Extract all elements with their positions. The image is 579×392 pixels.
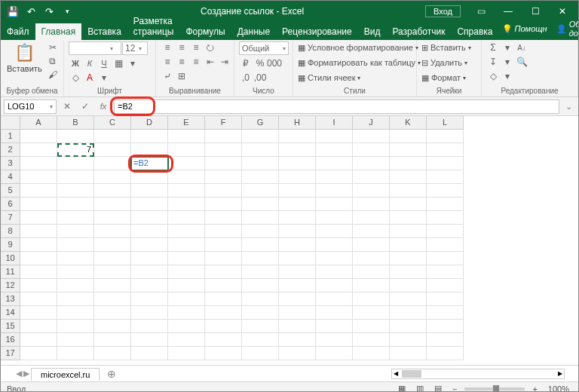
cell[interactable]	[205, 170, 242, 184]
cell[interactable]	[353, 157, 390, 170]
wrap-text-icon[interactable]: ⤶	[161, 70, 174, 82]
cell[interactable]	[242, 347, 279, 360]
cell[interactable]	[279, 143, 316, 157]
cell[interactable]	[427, 211, 464, 225]
cell[interactable]	[279, 292, 316, 306]
cell[interactable]	[390, 279, 427, 292]
cell[interactable]	[131, 198, 168, 211]
cell[interactable]	[168, 238, 205, 252]
view-normal-icon[interactable]: ▦	[395, 384, 409, 392]
col-header[interactable]: G	[242, 116, 279, 130]
cell[interactable]	[353, 292, 390, 306]
autosum-icon[interactable]: Σ	[486, 41, 500, 54]
tab-data[interactable]: Данные	[231, 23, 276, 40]
insert-cells-button[interactable]: ⊞ Вставить ▾	[421, 41, 471, 54]
cell[interactable]	[57, 279, 94, 292]
currency-icon[interactable]: ₽	[239, 57, 253, 69]
cell[interactable]	[353, 198, 390, 211]
cell[interactable]	[427, 238, 464, 252]
cond-format-button[interactable]: ▦ Условное форматирование ▾	[298, 41, 421, 54]
cell[interactable]	[131, 333, 168, 347]
font-name[interactable]: ▾	[69, 41, 121, 55]
redo-icon[interactable]: ↷	[41, 4, 57, 19]
cell[interactable]	[131, 306, 168, 320]
cell[interactable]	[20, 238, 57, 252]
clear-icon[interactable]: ◇	[486, 70, 500, 82]
sheet-tab[interactable]: microexcel.ru	[31, 368, 100, 381]
cell[interactable]	[242, 252, 279, 265]
cell[interactable]	[168, 333, 205, 347]
cell[interactable]	[353, 225, 390, 238]
cell[interactable]	[279, 184, 316, 198]
cell[interactable]	[353, 238, 390, 252]
cell[interactable]	[168, 143, 205, 157]
cell[interactable]	[168, 170, 205, 184]
align-center-icon[interactable]: ≡	[175, 56, 188, 68]
confirm-formula-icon[interactable]: ✓	[78, 101, 93, 112]
bold-icon[interactable]: Ж	[69, 57, 82, 69]
cancel-formula-icon[interactable]: ✕	[60, 101, 75, 112]
cell[interactable]	[427, 184, 464, 198]
cell[interactable]	[427, 143, 464, 157]
cell[interactable]	[20, 184, 57, 198]
font-color-icon[interactable]: A	[83, 72, 96, 84]
cell[interactable]	[20, 320, 57, 333]
format-painter-icon[interactable]: 🖌	[46, 69, 60, 81]
row-header[interactable]: 17	[1, 347, 20, 360]
row-header[interactable]: 16	[1, 333, 20, 347]
cell[interactable]	[353, 211, 390, 225]
cell[interactable]	[242, 320, 279, 333]
align-bot-icon[interactable]: ≡	[189, 41, 203, 54]
select-all-corner[interactable]	[1, 116, 20, 130]
col-header[interactable]: B	[57, 116, 94, 130]
comma-icon[interactable]: 000	[268, 57, 281, 69]
row-header[interactable]: 12	[1, 279, 20, 292]
cell[interactable]	[168, 306, 205, 320]
dec-decimal-icon[interactable]: ,00	[253, 72, 267, 84]
cell[interactable]	[353, 265, 390, 279]
horizontal-scrollbar[interactable]: ◀▶	[391, 369, 565, 379]
cell[interactable]	[57, 184, 94, 198]
cell[interactable]	[316, 265, 353, 279]
cell[interactable]	[20, 225, 57, 238]
align-right-icon[interactable]: ≡	[189, 56, 203, 68]
cell[interactable]	[316, 198, 353, 211]
indent-inc-icon[interactable]: ⇥	[218, 56, 231, 68]
cell[interactable]	[168, 347, 205, 360]
cell[interactable]	[205, 225, 242, 238]
cell[interactable]	[353, 252, 390, 265]
cell[interactable]	[242, 333, 279, 347]
zoom-out-icon[interactable]: −	[449, 384, 460, 393]
sheet-nav-next[interactable]: ▶	[23, 369, 29, 378]
cell[interactable]: 7	[57, 143, 94, 157]
cell[interactable]	[279, 320, 316, 333]
cell[interactable]	[205, 184, 242, 198]
cell[interactable]	[205, 347, 242, 360]
cell[interactable]	[94, 184, 131, 198]
cell[interactable]	[242, 292, 279, 306]
cell[interactable]	[20, 347, 57, 360]
cell[interactable]	[390, 170, 427, 184]
cell[interactable]	[316, 130, 353, 143]
indent-dec-icon[interactable]: ⇤	[204, 56, 217, 68]
cell[interactable]	[94, 333, 131, 347]
maximize-icon[interactable]: ☐	[522, 1, 548, 22]
cell[interactable]	[316, 238, 353, 252]
row-header[interactable]: 6	[1, 198, 20, 211]
tab-developer[interactable]: Разработчик	[386, 23, 451, 40]
cell[interactable]	[94, 279, 131, 292]
view-layout-icon[interactable]: ▥	[413, 384, 427, 392]
border-icon[interactable]: ▦	[112, 57, 125, 69]
cell[interactable]	[94, 292, 131, 306]
cell[interactable]	[57, 252, 94, 265]
find-icon[interactable]: 🔍	[515, 56, 528, 68]
cell[interactable]	[390, 265, 427, 279]
cell[interactable]	[427, 225, 464, 238]
font-size[interactable]: 12▾	[122, 41, 148, 55]
row-header[interactable]: 2	[1, 143, 20, 157]
number-format[interactable]: Общий▾	[239, 41, 289, 55]
cell[interactable]	[242, 225, 279, 238]
cell[interactable]	[279, 252, 316, 265]
cell[interactable]	[131, 347, 168, 360]
cell[interactable]	[20, 143, 57, 157]
